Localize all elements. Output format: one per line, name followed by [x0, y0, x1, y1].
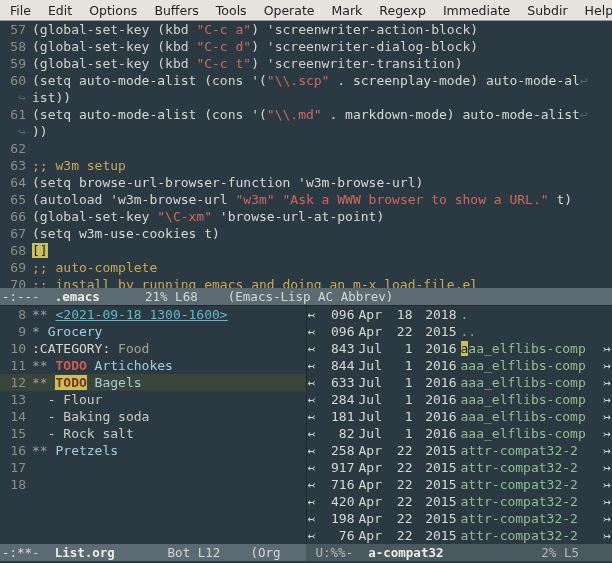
org-line: 10:CATEGORY: Food: [0, 340, 306, 357]
modeline-position: 2% L5: [443, 544, 578, 561]
line-number: 66: [0, 208, 32, 225]
file-name: aaa_elflibs-comp: [461, 357, 603, 374]
code-line: 57(global-set-key (kbd "C-c a") 'screenw…: [0, 21, 612, 38]
code-line: 62: [0, 140, 612, 157]
file-year: 2015: [413, 510, 461, 527]
truncate-right-icon: ↣: [602, 527, 612, 544]
file-size: 843: [317, 340, 355, 357]
dired-row[interactable]: ↢76Apr222015attr-compat32-2↣: [307, 527, 613, 544]
file-year: 2015: [413, 527, 461, 544]
code-line: ↪)): [0, 123, 612, 140]
dired-row[interactable]: ↢420Apr222015attr-compat32-2↣: [307, 493, 613, 510]
line-number: 70: [0, 276, 32, 288]
code-line: 68[]: [0, 242, 612, 259]
truncate-left-icon: ↢: [307, 476, 317, 493]
modeline-top[interactable]: -:--- .emacs 21% L68 (Emacs-Lisp AC Abbr…: [0, 288, 612, 305]
file-name: attr-compat32-2: [461, 476, 603, 493]
truncate-right-icon: ↣: [602, 442, 612, 459]
truncate-left-icon: ↢: [307, 408, 317, 425]
dired-row[interactable]: ↢82Jul12016aaa_elflibs-comp↣: [307, 425, 613, 442]
file-size: 258: [317, 442, 355, 459]
file-day: 22: [391, 442, 413, 459]
line-number: 63: [0, 157, 32, 174]
line-number: 15: [0, 425, 32, 442]
dired-row[interactable]: ↢843Jul12016aaa_elflibs-comp↣: [307, 340, 613, 357]
menu-help[interactable]: Help: [585, 2, 612, 19]
menu-tools[interactable]: Tools: [216, 2, 247, 19]
file-day: 22: [391, 476, 413, 493]
code-line: 58(global-set-key (kbd "C-c d") 'screenw…: [0, 38, 612, 55]
org-window[interactable]: 8** <2021-09-18 1300-1600>9* Grocery10:C…: [0, 306, 307, 544]
code-line: 66(global-set-key "\C-xm" 'browse-url-at…: [0, 208, 612, 225]
code-line: 60(setq auto-mode-alist (cons '("\\.scp"…: [0, 72, 612, 89]
file-size: 844: [317, 357, 355, 374]
menu-bar[interactable]: FileEditOptionsBuffersToolsOperateMarkRe…: [0, 0, 612, 21]
truncate-left-icon: ↢: [307, 323, 317, 340]
file-day: 1: [391, 391, 413, 408]
modeline-dired[interactable]: U:%%- a-compat32 2% L5: [306, 544, 612, 561]
dired-row[interactable]: ↢917Apr222015attr-compat32-2↣: [307, 459, 613, 476]
modeline-org[interactable]: -:**- List.org Bot L12 (Org: [0, 544, 306, 561]
modeline-buffer-name: .emacs: [55, 288, 100, 305]
truncate-left-icon: ↢: [307, 306, 317, 323]
org-line: 15 - Rock salt: [0, 425, 306, 442]
dired-row[interactable]: ↢716Apr222015attr-compat32-2↣: [307, 476, 613, 493]
file-size: 198: [317, 510, 355, 527]
menu-immediate[interactable]: Immediate: [443, 2, 510, 19]
line-number: 13: [0, 391, 32, 408]
dired-window[interactable]: ↢096Apr182018.↢096Apr222015..↢843Jul1201…: [307, 306, 613, 544]
menu-buffers[interactable]: Buffers: [154, 2, 198, 19]
code-line: 67(setq w3m-use-cookies t): [0, 225, 612, 242]
truncate-left-icon: ↢: [307, 374, 317, 391]
org-line: 14 - Baking soda: [0, 408, 306, 425]
modeline-position: 21% L68: [100, 288, 228, 305]
dired-row[interactable]: ↢284Jul12016aaa_elflibs-comp↣: [307, 391, 613, 408]
file-year: 2016: [413, 408, 461, 425]
line-number: 9: [0, 323, 32, 340]
dired-row[interactable]: ↢633Jul12016aaa_elflibs-comp↣: [307, 374, 613, 391]
menu-mark[interactable]: Mark: [331, 2, 362, 19]
modeline-mode: (Emacs-Lisp AC Abbrev): [228, 288, 394, 305]
org-line: 18: [0, 476, 306, 493]
menu-operate[interactable]: Operate: [264, 2, 315, 19]
file-day: 22: [391, 459, 413, 476]
truncate-right-icon: ↣: [602, 391, 612, 408]
dired-row[interactable]: ↢096Apr182018.: [307, 306, 613, 323]
menu-regexp[interactable]: Regexp: [379, 2, 426, 19]
file-year: 2016: [413, 374, 461, 391]
file-month: Apr: [355, 442, 391, 459]
file-name: ..: [461, 323, 613, 340]
file-day: 1: [391, 425, 413, 442]
org-line: 13 - Flour: [0, 391, 306, 408]
line-number: 8: [0, 306, 32, 323]
dired-row[interactable]: ↢258Apr222015attr-compat32-2↣: [307, 442, 613, 459]
line-number: 69: [0, 259, 32, 276]
org-line: 12** TODO Bagels: [0, 374, 306, 391]
file-name: attr-compat32-2: [461, 527, 603, 544]
file-size: 096: [317, 306, 355, 323]
file-size: 82: [317, 425, 355, 442]
file-year: 2018: [413, 306, 461, 323]
file-day: 1: [391, 357, 413, 374]
line-number: 65: [0, 191, 32, 208]
file-size: 420: [317, 493, 355, 510]
truncate-right-icon: ↣: [602, 340, 612, 357]
dired-row[interactable]: ↢181Jul12016aaa_elflibs-comp↣: [307, 408, 613, 425]
menu-edit[interactable]: Edit: [48, 2, 72, 19]
dired-row[interactable]: ↢844Jul12016aaa_elflibs-comp↣: [307, 357, 613, 374]
line-number: 61: [0, 106, 32, 123]
elisp-code-window[interactable]: 57(global-set-key (kbd "C-c a") 'screenw…: [0, 21, 612, 288]
file-name: aaa_elflibs-comp: [461, 391, 603, 408]
truncate-left-icon: ↢: [307, 442, 317, 459]
file-day: 1: [391, 374, 413, 391]
line-number: 11: [0, 357, 32, 374]
menu-file[interactable]: File: [10, 2, 31, 19]
line-number: 18: [0, 476, 32, 493]
dired-row[interactable]: ↢096Apr222015..: [307, 323, 613, 340]
file-size: 716: [317, 476, 355, 493]
file-month: Jul: [355, 391, 391, 408]
dired-row[interactable]: ↢198Apr222015attr-compat32-2↣: [307, 510, 613, 527]
menu-options[interactable]: Options: [89, 2, 137, 19]
menu-subdir[interactable]: Subdir: [527, 2, 567, 19]
file-year: 2015: [413, 476, 461, 493]
